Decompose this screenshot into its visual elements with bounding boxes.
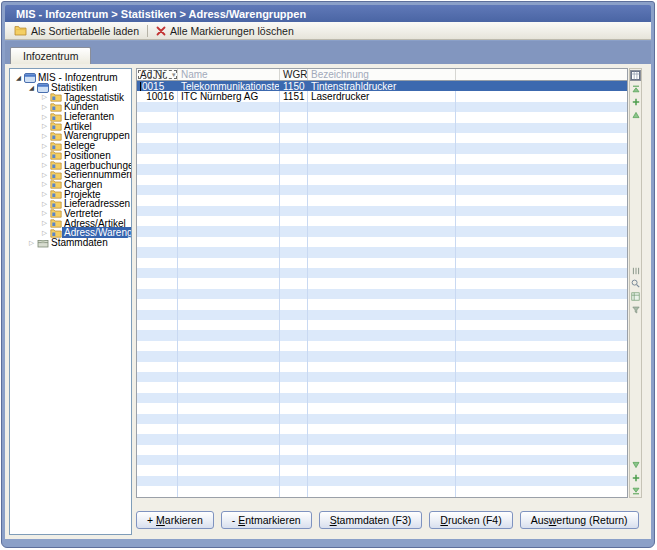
column-header-bezeichnung[interactable]: Bezeichnung xyxy=(308,69,456,80)
auswertung-button[interactable]: Auswertung (Return) xyxy=(520,511,639,529)
collapse-toggle-icon[interactable]: ◢ xyxy=(27,84,36,92)
table-row-empty[interactable] xyxy=(137,414,627,424)
table-row[interactable]: 0015Telekommunikationste1150Tintenstrahl… xyxy=(137,81,627,91)
stammdaten-button[interactable]: Stammdaten (F3) xyxy=(319,511,423,529)
table-row-empty[interactable] xyxy=(137,393,627,403)
table-row-empty[interactable] xyxy=(137,310,627,320)
table-cell xyxy=(280,102,308,112)
table-row-empty[interactable] xyxy=(137,330,627,340)
column-header-wgr[interactable]: WGR xyxy=(280,69,308,80)
table-cell xyxy=(137,465,178,475)
tab-infozentrum[interactable]: Infozentrum xyxy=(10,47,91,64)
next-record-icon[interactable] xyxy=(631,460,641,470)
expand-toggle-icon[interactable]: ▷ xyxy=(40,103,49,111)
table-row-empty[interactable] xyxy=(137,320,627,330)
als-sortiertabelle-laden-button[interactable]: Als Sortiertabelle laden xyxy=(9,24,144,38)
table-cell xyxy=(308,382,456,392)
table-row-empty[interactable] xyxy=(137,247,627,257)
table-row-empty[interactable] xyxy=(137,268,627,278)
folder-icon xyxy=(49,112,62,122)
table-cell xyxy=(178,164,280,174)
expand-toggle-icon[interactable]: ▷ xyxy=(40,161,49,169)
first-record-icon[interactable] xyxy=(631,84,641,94)
insert-record-icon[interactable] xyxy=(631,97,641,107)
table-row-empty[interactable] xyxy=(137,289,627,299)
last-record-icon[interactable] xyxy=(631,486,641,496)
table-row-empty[interactable] xyxy=(137,382,627,392)
resize-columns-icon[interactable] xyxy=(631,266,641,276)
table-cell xyxy=(308,310,456,320)
table-row-empty[interactable] xyxy=(137,455,627,465)
expand-toggle-icon[interactable]: ▷ xyxy=(40,151,49,159)
table-row-empty[interactable] xyxy=(137,164,627,174)
column-header-empty[interactable] xyxy=(456,69,627,80)
table-row-empty[interactable] xyxy=(137,341,627,351)
expand-toggle-icon[interactable]: ▷ xyxy=(40,171,49,179)
expand-toggle-icon[interactable]: ▷ xyxy=(40,219,49,227)
expand-toggle-icon[interactable]: ▷ xyxy=(40,200,49,208)
collapse-toggle-icon[interactable]: ◢ xyxy=(14,74,23,82)
table-row-empty[interactable] xyxy=(137,237,627,247)
entmarkieren-button[interactable]: - Entmarkieren xyxy=(221,511,312,529)
table-row-empty[interactable] xyxy=(137,258,627,268)
expand-toggle-icon[interactable]: ▷ xyxy=(40,229,49,237)
table-cell xyxy=(137,185,178,195)
table-row-empty[interactable] xyxy=(137,216,627,226)
table-row-empty[interactable] xyxy=(137,278,627,288)
table-cell xyxy=(308,185,456,195)
table-cell xyxy=(308,434,456,444)
table-row-empty[interactable] xyxy=(137,476,627,486)
table-row-empty[interactable] xyxy=(137,226,627,236)
expand-toggle-icon[interactable]: ▷ xyxy=(40,93,49,101)
expand-toggle-icon[interactable]: ▷ xyxy=(40,180,49,188)
table-cell xyxy=(308,341,456,351)
table-row-empty[interactable] xyxy=(137,195,627,205)
table-cell xyxy=(280,226,308,236)
expand-toggle-icon[interactable]: ▷ xyxy=(40,132,49,140)
table-row-empty[interactable] xyxy=(137,362,627,372)
append-record-icon[interactable] xyxy=(631,473,641,483)
table-row-empty[interactable] xyxy=(137,206,627,216)
table-row-empty[interactable] xyxy=(137,299,627,309)
table-row-empty[interactable] xyxy=(137,351,627,361)
tree-item-stammdaten[interactable]: ▷Stammdaten xyxy=(10,238,131,248)
table-row-empty[interactable] xyxy=(137,102,627,112)
column-chooser-icon[interactable] xyxy=(630,70,641,81)
table-row-empty[interactable] xyxy=(137,112,627,122)
table-row-empty[interactable] xyxy=(137,486,627,496)
drucken-button[interactable]: Drucken (F4) xyxy=(429,511,512,529)
table-row-empty[interactable] xyxy=(137,465,627,475)
table-row-empty[interactable] xyxy=(137,133,627,143)
table-row-empty[interactable] xyxy=(137,424,627,434)
alle-markierungen-loeschen-button[interactable]: Alle Markierungen löschen xyxy=(151,24,299,38)
expand-toggle-icon[interactable]: ▷ xyxy=(40,190,49,198)
table-cell xyxy=(137,258,178,268)
prev-record-icon[interactable] xyxy=(631,110,641,120)
expand-toggle-icon[interactable]: ▷ xyxy=(40,142,49,150)
table-cell xyxy=(178,278,280,288)
column-header-ad-nr[interactable]: Ad.Nr.▼ xyxy=(137,69,178,80)
markieren-button[interactable]: + Markieren xyxy=(136,511,214,529)
column-header-name[interactable]: Name xyxy=(178,69,280,80)
table-row-empty[interactable] xyxy=(137,434,627,444)
table-row-empty[interactable] xyxy=(137,143,627,153)
table-row-empty[interactable] xyxy=(137,445,627,455)
expand-toggle-icon[interactable]: ▷ xyxy=(40,209,49,217)
table-cell: Telekommunikationste xyxy=(178,81,280,91)
table-row-empty[interactable] xyxy=(137,175,627,185)
expand-toggle-icon[interactable]: ▷ xyxy=(40,122,49,130)
expand-toggle-icon[interactable]: ▷ xyxy=(40,113,49,121)
table-row-empty[interactable] xyxy=(137,372,627,382)
expand-toggle-icon[interactable]: ▷ xyxy=(27,239,36,247)
table-row[interactable]: 10016ITC Nürnberg AG1151Laserdrucker xyxy=(137,91,627,101)
table-row-empty[interactable] xyxy=(137,403,627,413)
table-cell xyxy=(280,486,308,496)
folder-icon xyxy=(49,189,62,199)
filter-icon[interactable] xyxy=(631,305,641,315)
export-icon[interactable] xyxy=(631,292,641,302)
search-icon[interactable] xyxy=(631,279,641,289)
table-row-empty[interactable] xyxy=(137,154,627,164)
table-row-empty[interactable] xyxy=(137,185,627,195)
table-cell xyxy=(456,445,627,455)
table-row-empty[interactable] xyxy=(137,123,627,133)
